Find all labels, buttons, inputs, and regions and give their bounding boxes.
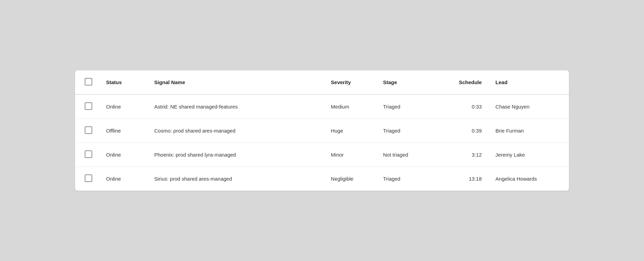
row-status: Online bbox=[99, 143, 147, 167]
row-stage: Triaged bbox=[376, 119, 437, 143]
row-checkbox-cell bbox=[75, 167, 99, 191]
row-status: Online bbox=[99, 167, 147, 191]
row-lead: Chase Nguyen bbox=[489, 94, 569, 119]
row-severity: Minor bbox=[324, 143, 376, 167]
row-checkbox-1[interactable] bbox=[85, 126, 92, 134]
row-checkbox-cell bbox=[75, 119, 99, 143]
row-schedule: 0:33 bbox=[437, 94, 489, 119]
table-row: Online Sirius: prod shared ares-managed … bbox=[75, 167, 569, 191]
row-schedule: 13:18 bbox=[437, 167, 489, 191]
table-row: Online Phoenix: prod shared lyra-managed… bbox=[75, 143, 569, 167]
row-signal-name: Cosmo: prod shared ares-managed bbox=[147, 119, 324, 143]
header-stage: Stage bbox=[376, 70, 437, 94]
header-lead: Lead bbox=[489, 70, 569, 94]
header-signal-name: Signal Name bbox=[147, 70, 324, 94]
row-checkbox-cell bbox=[75, 143, 99, 167]
row-signal-name: Phoenix: prod shared lyra-managed bbox=[147, 143, 324, 167]
header-severity: Severity bbox=[324, 70, 376, 94]
row-severity: Negligible bbox=[324, 167, 376, 191]
row-checkbox-0[interactable] bbox=[85, 102, 92, 110]
row-lead: Brie Furman bbox=[489, 119, 569, 143]
header-checkbox-cell bbox=[75, 70, 99, 94]
table-row: Online Astrid: NE shared managed-feature… bbox=[75, 94, 569, 119]
row-checkbox-2[interactable] bbox=[85, 150, 92, 158]
row-stage: Triaged bbox=[376, 94, 437, 119]
main-table-container: Status Signal Name Severity Stage Schedu… bbox=[75, 70, 569, 191]
row-checkbox-3[interactable] bbox=[85, 174, 92, 182]
row-checkbox-cell bbox=[75, 94, 99, 119]
row-lead: Jeremy Lake bbox=[489, 143, 569, 167]
row-schedule: 3:12 bbox=[437, 143, 489, 167]
row-severity: Huge bbox=[324, 119, 376, 143]
row-signal-name: Sirius: prod shared ares-managed bbox=[147, 167, 324, 191]
signals-table: Status Signal Name Severity Stage Schedu… bbox=[75, 70, 569, 191]
header-schedule: Schedule bbox=[437, 70, 489, 94]
select-all-checkbox[interactable] bbox=[85, 78, 92, 86]
row-stage: Triaged bbox=[376, 167, 437, 191]
row-severity: Medium bbox=[324, 94, 376, 119]
row-stage: Not triaged bbox=[376, 143, 437, 167]
row-status: Online bbox=[99, 94, 147, 119]
table-header-row: Status Signal Name Severity Stage Schedu… bbox=[75, 70, 569, 94]
row-status: Offline bbox=[99, 119, 147, 143]
table-row: Offline Cosmo: prod shared ares-managed … bbox=[75, 119, 569, 143]
row-lead: Angelica Howards bbox=[489, 167, 569, 191]
row-schedule: 0:39 bbox=[437, 119, 489, 143]
header-status: Status bbox=[99, 70, 147, 94]
row-signal-name: Astrid: NE shared managed-features bbox=[147, 94, 324, 119]
